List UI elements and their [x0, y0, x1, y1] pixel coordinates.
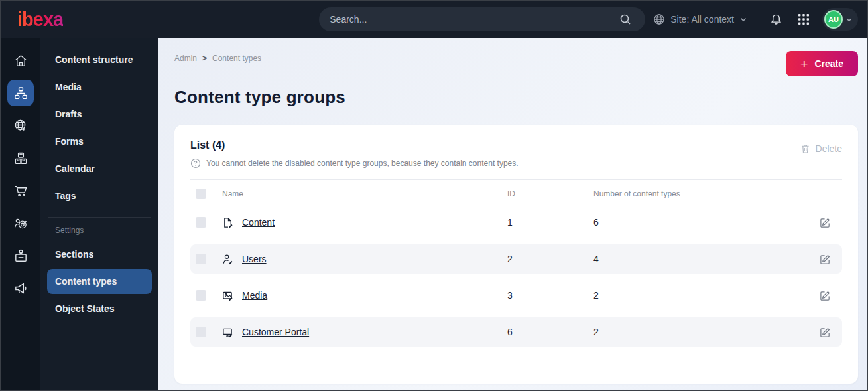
rail-company[interactable]	[7, 242, 34, 269]
logo-wrap: ibexa	[1, 9, 158, 31]
topbar: ibexa Site: All context	[1, 1, 867, 38]
table-header: Name ID Number of content types	[190, 180, 842, 208]
table-row: Users 2 4	[190, 244, 842, 274]
main-content: Admin > Content types Create Content typ…	[158, 38, 867, 390]
globe-icon	[653, 13, 665, 25]
table-row: Customer Portal 6 2	[190, 317, 842, 347]
screen-edit-icon	[222, 327, 233, 338]
menu-item-forms[interactable]: Forms	[47, 129, 152, 154]
search-input[interactable]	[330, 14, 616, 25]
audience-target-icon	[13, 216, 29, 231]
menu-section-settings: Settings	[47, 226, 152, 242]
group-link[interactable]: Media	[242, 290, 267, 301]
menu-item-calendar[interactable]: Calendar	[47, 156, 152, 181]
trash-icon	[800, 143, 810, 154]
image-edit-icon	[222, 290, 233, 301]
cart-icon	[13, 183, 29, 198]
menu-item-object-states[interactable]: Object States	[47, 296, 152, 321]
products-boxes-icon	[13, 151, 29, 166]
topbar-right: Site: All context AU	[653, 8, 867, 31]
menu-item-media[interactable]: Media	[47, 74, 152, 100]
plus-icon	[800, 58, 808, 70]
group-count: 2	[593, 290, 816, 301]
table-row: Media 3 2	[190, 281, 842, 310]
breadcrumb-separator: >	[202, 54, 207, 63]
user-edit-icon	[222, 254, 233, 265]
edit-icon[interactable]	[816, 323, 834, 341]
user-menu[interactable]: AU	[822, 8, 858, 31]
avatar: AU	[824, 10, 843, 29]
column-header-count: Number of content types	[593, 189, 816, 198]
rail-site[interactable]	[7, 112, 34, 139]
create-button[interactable]: Create	[786, 51, 858, 76]
column-header-name: Name	[222, 189, 507, 198]
search-icon[interactable]	[616, 10, 635, 29]
icon-rail	[1, 38, 40, 390]
group-count: 2	[593, 327, 816, 337]
home-icon	[13, 53, 29, 68]
rail-products[interactable]	[7, 145, 34, 171]
chevron-down-icon	[845, 16, 853, 23]
notifications-bell-icon[interactable]	[767, 10, 785, 29]
row-checkbox[interactable]	[196, 217, 206, 228]
app-grid-icon[interactable]	[794, 10, 813, 29]
topbar-divider	[757, 11, 757, 27]
group-link[interactable]: Customer Portal	[242, 327, 309, 337]
rail-home[interactable]	[7, 47, 34, 74]
group-id: 1	[507, 217, 593, 228]
edit-icon[interactable]	[816, 286, 834, 305]
content-tree-icon	[13, 86, 29, 101]
column-header-id: ID	[507, 189, 593, 198]
site-context-switcher[interactable]: Site: All context	[653, 13, 747, 25]
menu-item-drafts[interactable]: Drafts	[47, 102, 152, 127]
rail-content[interactable]	[7, 80, 34, 106]
edit-icon[interactable]	[816, 213, 834, 232]
rail-customers[interactable]	[7, 210, 34, 236]
delete-button[interactable]: Delete	[800, 139, 842, 154]
menu-item-content-structure[interactable]: Content structure	[47, 47, 152, 72]
site-context-label: Site: All context	[670, 14, 734, 25]
group-count: 6	[593, 217, 816, 228]
row-checkbox[interactable]	[196, 290, 206, 301]
menu-item-tags[interactable]: Tags	[47, 183, 152, 208]
delete-button-label: Delete	[816, 143, 842, 154]
row-checkbox[interactable]	[196, 254, 206, 264]
group-id: 3	[507, 290, 593, 301]
breadcrumb: Admin > Content types	[174, 51, 261, 63]
site-globe-icon	[13, 118, 29, 133]
chevron-down-icon	[739, 15, 747, 23]
menu-item-content-types[interactable]: Content types	[47, 269, 152, 294]
global-search[interactable]	[319, 7, 645, 31]
search-wrap	[158, 7, 653, 31]
content-type-groups-card: List (4) You cannot delete the disabled …	[174, 125, 858, 384]
table-row: Content 1 6	[190, 208, 842, 237]
group-link[interactable]: Users	[242, 254, 267, 264]
file-edit-icon	[222, 217, 233, 228]
rail-marketing[interactable]	[7, 275, 34, 301]
page-title: Content type groups	[174, 87, 858, 108]
select-all-checkbox[interactable]	[196, 189, 206, 199]
edit-icon[interactable]	[816, 250, 834, 268]
breadcrumb-content-types: Content types	[212, 54, 261, 63]
megaphone-icon	[13, 281, 29, 296]
list-title: List (4)	[190, 139, 519, 151]
row-checkbox[interactable]	[196, 327, 206, 337]
group-id: 6	[507, 327, 593, 337]
list-hint: You cannot delete the disabled content t…	[190, 158, 519, 169]
rail-commerce[interactable]	[7, 177, 34, 204]
menu-divider	[48, 217, 151, 218]
badge-briefcase-icon	[13, 248, 29, 264]
group-count: 4	[593, 254, 816, 264]
list-hint-text: You cannot delete the disabled content t…	[206, 159, 519, 168]
ibexa-logo[interactable]: ibexa	[17, 9, 63, 30]
menu-item-sections[interactable]: Sections	[47, 242, 152, 267]
group-id: 2	[507, 254, 593, 264]
group-link[interactable]: Content	[242, 217, 275, 228]
create-button-label: Create	[814, 58, 843, 69]
menu-panel: Content structure Media Drafts Forms Cal…	[40, 38, 158, 390]
question-icon	[190, 158, 201, 169]
app-window: ibexa Site: All context	[0, 0, 868, 391]
breadcrumb-admin[interactable]: Admin	[174, 54, 197, 63]
